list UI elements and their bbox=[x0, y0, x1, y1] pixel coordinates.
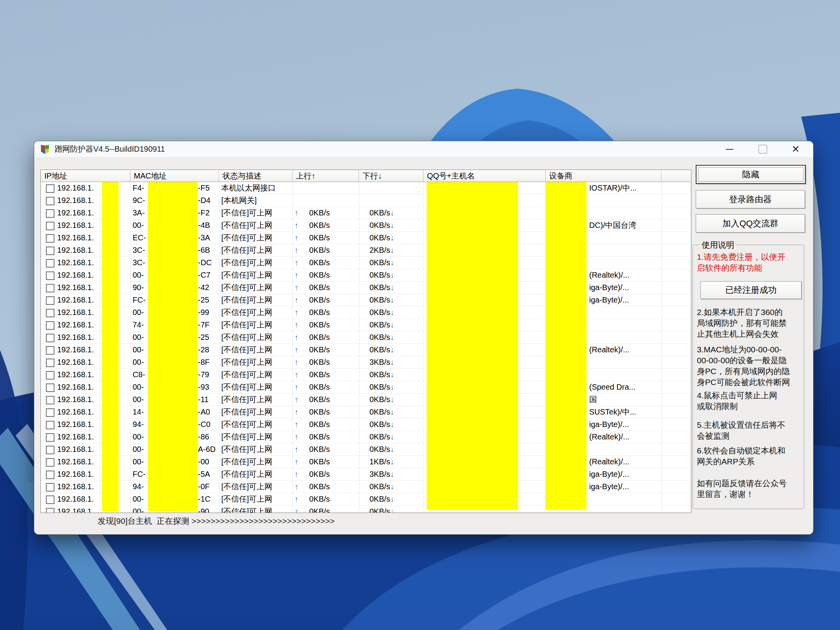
row-checkbox[interactable] bbox=[46, 458, 54, 467]
row-checkbox[interactable] bbox=[46, 321, 54, 330]
download-arrow-icon: ↓ bbox=[390, 495, 394, 503]
row-checkbox[interactable] bbox=[46, 508, 54, 513]
table-row[interactable]: 192.168.1.00--99[不信任]可上网↑0KB/s0KB/s↓ bbox=[41, 306, 691, 319]
upload-cell: 0KB/s bbox=[309, 306, 330, 319]
table-row[interactable]: 192.168.1.C8--79[不信任]可上网↑0KB/s0KB/s↓ bbox=[41, 369, 691, 381]
table-row[interactable]: 192.168.1.00--93[不信任]可上网↑0KB/s0KB/s↓(Spe… bbox=[41, 381, 691, 394]
table-row[interactable]: 192.168.1.3C--DC[不信任]可上网↑0KB/s0KB/s↓ bbox=[41, 257, 691, 269]
row-checkbox[interactable] bbox=[46, 184, 54, 193]
table-row[interactable]: 192.168.1.9C--D4[本机网关] bbox=[41, 194, 691, 207]
download-arrow-icon: ↓ bbox=[390, 457, 394, 466]
table-row[interactable]: 192.168.1.00--4B[不信任]可上网↑0KB/s0KB/s↓DC)/… bbox=[41, 219, 691, 232]
ip-cell: 192.168.1. bbox=[57, 394, 94, 406]
row-checkbox[interactable] bbox=[46, 247, 54, 255]
table-row[interactable]: 192.168.1.FC--5A[不信任]可上网↑0KB/s3KB/s↓iga-… bbox=[41, 468, 691, 481]
ip-cell: 192.168.1. bbox=[57, 418, 94, 431]
row-checkbox[interactable] bbox=[46, 259, 54, 268]
mac-prefix-cell: 00- bbox=[133, 356, 144, 369]
row-checkbox[interactable] bbox=[46, 209, 54, 218]
mac-prefix-cell: 94- bbox=[133, 418, 144, 431]
download-arrow-icon: ↓ bbox=[390, 333, 394, 341]
row-checkbox[interactable] bbox=[46, 222, 54, 230]
column-header-2[interactable]: MAC地址 bbox=[130, 170, 219, 182]
table-row[interactable]: 192.168.1.FC--25[不信任]可上网↑0KB/s0KB/s↓iga-… bbox=[41, 294, 691, 306]
mac-suffix-cell: -C0 bbox=[198, 418, 210, 431]
download-arrow-icon: ↓ bbox=[390, 320, 394, 329]
minimize-button[interactable] bbox=[717, 141, 742, 157]
row-checkbox[interactable] bbox=[46, 334, 54, 342]
table-row[interactable]: 192.168.1.00--11[不信任]可上网↑0KB/s0KB/s↓国 bbox=[41, 394, 691, 406]
table-row[interactable]: 192.168.1.00-A-6D[不信任]可上网↑0KB/s0KB/s↓ bbox=[41, 443, 691, 456]
minimize-icon bbox=[726, 149, 733, 150]
table-row[interactable]: 192.168.1.00--86[不信任]可上网↑0KB/s0KB/s↓(Rea… bbox=[41, 431, 691, 443]
ip-cell: 192.168.1. bbox=[57, 257, 94, 269]
upload-cell: 0KB/s bbox=[309, 244, 330, 257]
row-checkbox[interactable] bbox=[46, 483, 54, 492]
table-row[interactable]: 192.168.1.94--C0[不信任]可上网↑0KB/s0KB/s↓iga-… bbox=[41, 418, 691, 431]
registered-success-button[interactable]: 已经注册成功 bbox=[700, 281, 802, 299]
table-row[interactable]: 192.168.1.00--28[不信任]可上网↑0KB/s0KB/s↓(Rea… bbox=[41, 344, 691, 356]
row-checkbox[interactable] bbox=[46, 359, 54, 367]
column-header-5[interactable]: 下行↓ bbox=[359, 170, 424, 182]
hide-button[interactable]: 隐藏 bbox=[696, 165, 806, 184]
row-checkbox[interactable] bbox=[46, 284, 54, 292]
close-button[interactable]: ✕ bbox=[783, 141, 808, 157]
column-header-1[interactable]: IP地址 bbox=[41, 170, 130, 182]
mac-prefix-cell: FC- bbox=[133, 468, 145, 481]
table-row[interactable]: 192.168.1.3C--6B[不信任]可上网↑0KB/s2KB/s↓ bbox=[41, 244, 691, 257]
row-checkbox[interactable] bbox=[46, 309, 54, 317]
table-row[interactable]: 192.168.1.3A--F2[不信任]可上网↑0KB/s0KB/s↓ bbox=[41, 207, 691, 219]
table-body[interactable]: 192.168.1.F4--F5本机以太网接口IOSTAR)/中...192.1… bbox=[41, 182, 691, 513]
upload-arrow-icon: ↑ bbox=[294, 506, 298, 513]
mac-suffix-cell: -28 bbox=[198, 344, 209, 356]
row-checkbox[interactable] bbox=[46, 408, 54, 417]
status-cell: [不信任]可上网 bbox=[221, 331, 272, 344]
row-checkbox[interactable] bbox=[46, 471, 54, 479]
upload-cell: 0KB/s bbox=[309, 219, 330, 232]
upload-cell: 0KB/s bbox=[309, 294, 330, 306]
download-arrow-icon: ↓ bbox=[390, 296, 394, 304]
row-checkbox[interactable] bbox=[46, 446, 54, 454]
column-header-4[interactable]: 上行↑ bbox=[292, 170, 359, 182]
row-checkbox[interactable] bbox=[46, 383, 54, 392]
upload-arrow-icon: ↑ bbox=[294, 294, 298, 306]
join-qq-group-button[interactable]: 加入QQ交流群 bbox=[696, 214, 805, 233]
row-checkbox[interactable] bbox=[46, 271, 54, 280]
row-checkbox[interactable] bbox=[46, 371, 54, 380]
column-header-7[interactable]: 设备商 bbox=[546, 170, 662, 182]
table-row[interactable]: 192.168.1.00--C7[不信任]可上网↑0KB/s0KB/s↓(Rea… bbox=[41, 269, 691, 282]
table-row[interactable]: 192.168.1.14--A0[不信任]可上网↑0KB/s0KB/s↓SUST… bbox=[41, 406, 691, 418]
download-arrow-icon: ↓ bbox=[390, 308, 394, 317]
mac-prefix-cell: 00- bbox=[133, 456, 144, 468]
table-row[interactable]: 192.168.1.00--8F[不信任]可上网↑0KB/s3KB/s↓ bbox=[41, 356, 691, 369]
vendor-cell: (Realtek)/... bbox=[589, 269, 629, 282]
column-header-3[interactable]: 状态与描述 bbox=[219, 170, 292, 182]
usage-note-2: 3.MAC地址为00-00-00- 00-00-00的设备一般是隐 身PC，所有… bbox=[697, 344, 805, 388]
table-row[interactable]: 192.168.1.90--42[不信任]可上网↑0KB/s0KB/s↓iga-… bbox=[41, 282, 691, 294]
row-checkbox[interactable] bbox=[46, 495, 54, 504]
maximize-button[interactable] bbox=[750, 141, 775, 157]
login-router-button[interactable]: 登录路由器 bbox=[696, 190, 805, 208]
mac-prefix-cell: 00- bbox=[133, 306, 144, 319]
row-checkbox[interactable] bbox=[46, 346, 54, 355]
row-checkbox[interactable] bbox=[46, 396, 54, 404]
table-row[interactable]: 192.168.1.00--90[不信任]可上网↑0KB/s0KB/s↓ bbox=[41, 506, 691, 513]
table-row[interactable]: 192.168.1.00--00[不信任]可上网↑0KB/s1KB/s↓(Rea… bbox=[41, 456, 691, 468]
table-row[interactable]: 192.168.1.F4--F5本机以太网接口IOSTAR)/中... bbox=[41, 182, 691, 194]
table-row[interactable]: 192.168.1.74--7F[不信任]可上网↑0KB/s0KB/s↓ bbox=[41, 319, 691, 331]
upload-arrow-icon: ↑ bbox=[294, 232, 298, 244]
table-row[interactable]: 192.168.1.00--25[不信任]可上网↑0KB/s0KB/s↓ bbox=[41, 331, 691, 344]
table-row[interactable]: 192.168.1.EC--3A[不信任]可上网↑0KB/s0KB/s↓ bbox=[41, 232, 691, 244]
row-checkbox[interactable] bbox=[46, 197, 54, 205]
table-row[interactable]: 192.168.1.94--0F[不信任]可上网↑0KB/s0KB/s↓iga-… bbox=[41, 481, 691, 493]
row-checkbox[interactable] bbox=[46, 421, 54, 429]
row-checkbox[interactable] bbox=[46, 433, 54, 442]
column-header-6[interactable]: QQ号+主机名 bbox=[424, 170, 546, 182]
table-row[interactable]: 192.168.1.00--1C[不信任]可上网↑0KB/s0KB/s↓ bbox=[41, 493, 691, 506]
column-header-8[interactable] bbox=[662, 170, 691, 182]
row-checkbox[interactable] bbox=[46, 234, 54, 243]
title-bar[interactable]: 蹭网防护器V4.5--BuildID190911 ✕ bbox=[34, 141, 813, 158]
status-cell: [不信任]可上网 bbox=[221, 406, 272, 418]
status-cell: [不信任]可上网 bbox=[221, 232, 272, 244]
row-checkbox[interactable] bbox=[46, 296, 54, 305]
